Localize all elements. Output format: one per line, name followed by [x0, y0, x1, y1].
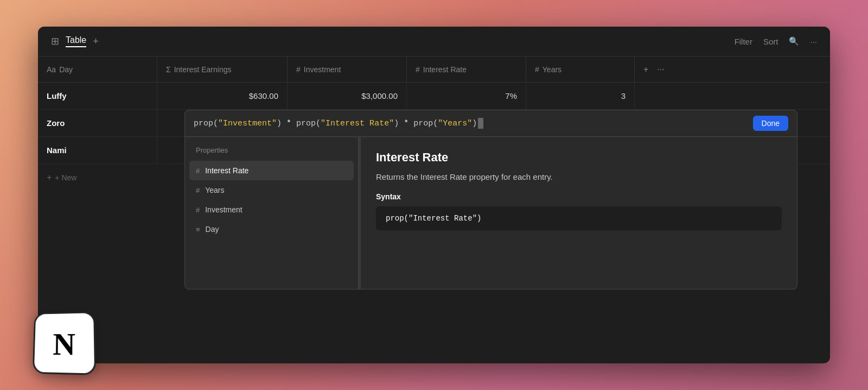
- property-item-investment[interactable]: # Investment: [185, 200, 358, 219]
- column-actions: + ···: [635, 65, 673, 74]
- formula-operator-2: *: [404, 119, 409, 128]
- search-icon[interactable]: 🔍: [789, 36, 799, 46]
- property-label-day: Day: [206, 225, 219, 234]
- table-row: Luffy $630.00 $3,000.00 7% 3: [38, 83, 830, 110]
- table-label[interactable]: Table: [66, 35, 86, 47]
- column-header-interest-rate[interactable]: # Interest Rate: [407, 56, 526, 82]
- property-icon-interest-rate: #: [196, 167, 200, 175]
- formula-bottom-panel: Properties # Interest Rate # Years # Inv…: [185, 137, 797, 289]
- top-bar-left: ⊞ Table +: [51, 35, 99, 47]
- property-label-years: Years: [205, 186, 224, 194]
- done-button[interactable]: Done: [753, 116, 788, 131]
- column-header-interest-earnings[interactable]: Σ Interest Earnings: [157, 56, 288, 82]
- add-row-icon: +: [47, 173, 52, 183]
- column-label-interest-earnings: Interest Earnings: [174, 65, 232, 74]
- column-type-icon-years: #: [535, 65, 539, 74]
- cell-luffy-day[interactable]: Luffy: [38, 83, 157, 109]
- column-type-icon-day: Aa: [47, 65, 56, 74]
- docs-title: Interest Rate: [376, 150, 782, 165]
- formula-paren-1: ): [277, 119, 286, 128]
- property-item-interest-rate[interactable]: # Interest Rate: [189, 161, 354, 180]
- property-icon-investment: #: [196, 206, 200, 214]
- add-view-button[interactable]: +: [93, 36, 99, 47]
- column-header-years[interactable]: # Years: [526, 56, 635, 82]
- formula-cursor: [478, 118, 483, 129]
- column-type-icon-interest-earnings: Σ: [166, 65, 171, 74]
- formula-interest-rate-string: "Interest Rate": [321, 119, 394, 128]
- column-header-day[interactable]: Aa Day: [38, 56, 157, 82]
- property-icon-years: #: [196, 186, 200, 194]
- cell-luffy-interest-rate[interactable]: 7%: [407, 83, 526, 109]
- notion-logo-svg: N: [42, 321, 86, 365]
- formula-editor: prop("Investment") * prop("Interest Rate…: [184, 110, 797, 290]
- column-label-years: Years: [542, 65, 561, 74]
- formula-space-2: [409, 119, 413, 128]
- properties-panel: Properties # Interest Rate # Years # Inv…: [185, 137, 359, 289]
- svg-text:N: N: [52, 327, 75, 362]
- property-label-interest-rate: Interest Rate: [205, 166, 248, 175]
- more-options-icon[interactable]: ···: [810, 37, 817, 46]
- formula-investment-string: "Investment": [218, 119, 277, 128]
- formula-prop-keyword-1: prop(: [194, 119, 218, 128]
- property-item-years[interactable]: # Years: [185, 180, 358, 200]
- top-bar: ⊞ Table + Filter Sort 🔍 ···: [38, 27, 830, 56]
- formula-prop-keyword-2: prop(: [296, 119, 321, 128]
- docs-syntax-label: Syntax: [376, 192, 782, 201]
- formula-operator-1: *: [286, 119, 291, 128]
- property-label-investment: Investment: [205, 205, 242, 214]
- column-label-investment: Investment: [304, 65, 341, 74]
- column-type-icon-investment: #: [296, 65, 301, 74]
- docs-code-block: prop("Interest Rate"): [376, 206, 782, 230]
- formula-text[interactable]: prop("Investment") * prop("Interest Rate…: [194, 118, 749, 129]
- column-more-button[interactable]: ···: [657, 65, 664, 74]
- formula-years-string: "Years": [438, 119, 472, 128]
- filter-button[interactable]: Filter: [735, 37, 752, 46]
- cell-luffy-investment[interactable]: $3,000.00: [288, 83, 407, 109]
- column-header-investment[interactable]: # Investment: [288, 56, 407, 82]
- top-bar-right: Filter Sort 🔍 ···: [735, 36, 817, 46]
- formula-prop-keyword-3: prop(: [413, 119, 438, 128]
- property-item-day[interactable]: ≡ Day: [185, 219, 358, 239]
- formula-space-1: [291, 119, 296, 128]
- formula-bar: prop("Investment") * prop("Interest Rate…: [185, 110, 797, 137]
- cell-luffy-years[interactable]: 3: [526, 83, 635, 109]
- add-column-button[interactable]: +: [643, 65, 648, 74]
- cell-luffy-interest-earnings[interactable]: $630.00: [157, 83, 288, 109]
- formula-paren-3: ): [472, 119, 477, 128]
- properties-title: Properties: [185, 146, 358, 161]
- formula-paren-2: ): [394, 119, 404, 128]
- column-label-interest-rate: Interest Rate: [423, 65, 467, 74]
- table-header: Aa Day Σ Interest Earnings # Investment …: [38, 56, 830, 83]
- property-icon-day: ≡: [196, 225, 200, 234]
- docs-panel: Interest Rate Returns the Interest Rate …: [361, 137, 797, 289]
- cell-nami-day[interactable]: Nami: [38, 137, 157, 163]
- sort-button[interactable]: Sort: [763, 37, 778, 46]
- cell-zoro-day[interactable]: Zoro: [38, 110, 157, 136]
- docs-description: Returns the Interest Rate property for e…: [376, 171, 782, 184]
- table-body: Luffy $630.00 $3,000.00 7% 3 Zoro Nami +…: [38, 83, 830, 363]
- column-type-icon-interest-rate: #: [416, 65, 420, 74]
- column-label-day: Day: [59, 65, 73, 74]
- table-icon: ⊞: [51, 35, 59, 47]
- new-row-label: + New: [55, 173, 76, 182]
- notion-logo: N: [33, 311, 97, 375]
